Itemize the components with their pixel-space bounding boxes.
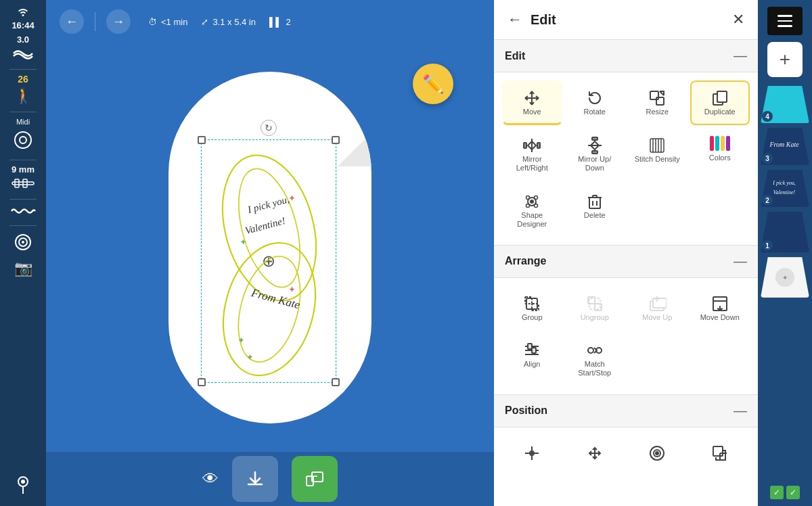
target-icon[interactable]: [14, 233, 32, 254]
move-label: Move: [523, 108, 541, 116]
mirror-lr-tool[interactable]: Mirror Left/Right: [502, 128, 562, 181]
edit-collapse-button[interactable]: —: [734, 48, 747, 64]
stitch-density-tool[interactable]: Stitch Density: [627, 128, 687, 181]
undo-button[interactable]: ←: [60, 9, 84, 34]
layer-badge-2: 2: [762, 195, 773, 206]
colors-icon: [710, 136, 730, 151]
colors-tool[interactable]: Colors: [690, 128, 750, 181]
visibility-button[interactable]: 👁: [202, 469, 219, 488]
svg-text:+: +: [239, 336, 244, 345]
svg-rect-3: [15, 179, 19, 187]
stitch-density-label: Stitch Density: [635, 155, 680, 164]
layer-item-4[interactable]: 4: [761, 86, 809, 123]
svg-point-40: [526, 196, 530, 199]
menu-button[interactable]: [767, 7, 803, 35]
align-label: Align: [524, 360, 540, 369]
svg-rect-52: [589, 298, 600, 309]
menu-line-1: [777, 15, 792, 17]
group-tool[interactable]: Group: [502, 286, 562, 330]
svg-text:+: +: [241, 237, 246, 247]
svg-rect-28: [717, 91, 727, 102]
layer-badge-3: 3: [762, 153, 773, 164]
wave-icon: [10, 206, 36, 218]
svg-point-7: [22, 241, 24, 244]
layer-checkbox-2[interactable]: ✓: [786, 486, 800, 499]
resize-tool[interactable]: Resize: [627, 80, 687, 125]
resize-label: Resize: [646, 108, 669, 116]
layer-item-1[interactable]: 1: [761, 212, 809, 252]
svg-rect-51: [595, 304, 602, 310]
rotate-handle[interactable]: ↻: [261, 120, 277, 136]
camera-icon[interactable]: 📷: [14, 260, 32, 277]
svg-point-13: [209, 233, 329, 384]
svg-rect-25: [650, 91, 658, 99]
svg-text:Valentine!: Valentine!: [244, 215, 286, 236]
main-area: ← → ⏱ <1 min ⤢ 3.1 x 5.4 in ▌▌ 2 ✏️: [46, 0, 494, 506]
svg-text:+: +: [290, 193, 294, 203]
clock-icon: ⏱: [148, 17, 157, 27]
duplicate-tool[interactable]: Duplicate: [690, 80, 750, 125]
rotate-label: Rotate: [584, 108, 606, 116]
align-tool[interactable]: Align: [502, 333, 562, 386]
edit-section-title: Edit: [505, 50, 734, 62]
plus-icon: +: [780, 49, 790, 70]
stitch-size: 9 mm: [12, 164, 35, 175]
layer-checkboxes: ✓ ✓: [770, 486, 800, 499]
svg-rect-54: [653, 298, 667, 308]
svg-rect-50: [588, 297, 595, 304]
svg-text:+: +: [290, 285, 294, 294]
add-layer-button[interactable]: +: [767, 42, 803, 77]
pencil-icon: ✏️: [422, 74, 444, 95]
move-down-label: Move Down: [700, 313, 740, 322]
confirm-button[interactable]: [292, 456, 338, 502]
position-center[interactable]: [502, 436, 562, 471]
redo-button[interactable]: →: [106, 9, 131, 34]
svg-rect-31: [592, 137, 597, 140]
svg-point-1: [20, 137, 26, 143]
rotate-tool[interactable]: Rotate: [565, 80, 625, 125]
layer-item-2[interactable]: I pick you, Valentine! 2: [761, 170, 809, 207]
position-collapse-button[interactable]: —: [734, 403, 747, 419]
move-down-tool[interactable]: Move Down: [690, 286, 750, 330]
colors-label: Colors: [709, 154, 731, 162]
svg-text:I pick you,: I pick you,: [246, 193, 290, 215]
dimensions-value: 3.1 x 5.4 in: [212, 17, 256, 27]
edit-fab[interactable]: ✏️: [413, 64, 453, 104]
match-start-stop-tool[interactable]: Match Start/Stop: [565, 333, 625, 386]
svg-rect-26: [656, 97, 664, 105]
paper-corner: [338, 133, 371, 166]
svg-text:+: +: [248, 352, 252, 362]
edit-panel-inner: ← Edit ✕ Edit — Move Rotate: [494, 0, 758, 506]
layer-item-3[interactable]: From Kate 3: [761, 128, 809, 165]
mirror-ud-tool[interactable]: Mirror Up/ Down: [565, 128, 625, 181]
close-button[interactable]: ✕: [732, 11, 744, 28]
mirror-ud-label: Mirror Up/ Down: [569, 155, 621, 172]
shape-designer-tool[interactable]: Shape Designer: [502, 184, 562, 237]
layer-badge-1: 1: [762, 240, 773, 251]
layer-checkbox-1[interactable]: ✓: [770, 486, 784, 499]
svg-rect-29: [524, 143, 526, 148]
panel-title: Edit: [531, 12, 732, 28]
layer-item-0[interactable]: ✦: [761, 257, 809, 298]
left-sidebar: 16:44 3.0 26 🚶 Midi 9 mm 📷: [0, 0, 46, 506]
back-button[interactable]: ←: [508, 11, 522, 28]
canvas-area[interactable]: ✏️ ↻ ⊕ I pic: [46, 43, 494, 452]
arrange-section-title: Arrange: [505, 255, 734, 267]
ungroup-label: Ungroup: [581, 313, 609, 322]
speed-display: 3.0: [17, 34, 29, 45]
selection-box[interactable]: ↻ ⊕ I pick you, Valentine! +: [201, 139, 336, 383]
position-hoop[interactable]: [627, 436, 687, 471]
count-icon: ▌▌: [269, 17, 281, 27]
svg-rect-70: [713, 446, 723, 456]
embroidery-design: I pick you, Valentine! + + From Kate + +…: [202, 140, 337, 384]
svg-rect-61: [532, 348, 536, 353]
bobbin-icon: [13, 130, 33, 153]
position-move[interactable]: [565, 436, 625, 471]
position-transform[interactable]: [690, 436, 750, 471]
separator: [95, 12, 95, 31]
arrange-collapse-button[interactable]: —: [734, 254, 747, 269]
delete-tool[interactable]: Delete: [565, 184, 625, 237]
download-button[interactable]: [232, 456, 278, 502]
move-tool[interactable]: Move: [502, 80, 562, 125]
position-section-header: Position —: [494, 395, 758, 428]
